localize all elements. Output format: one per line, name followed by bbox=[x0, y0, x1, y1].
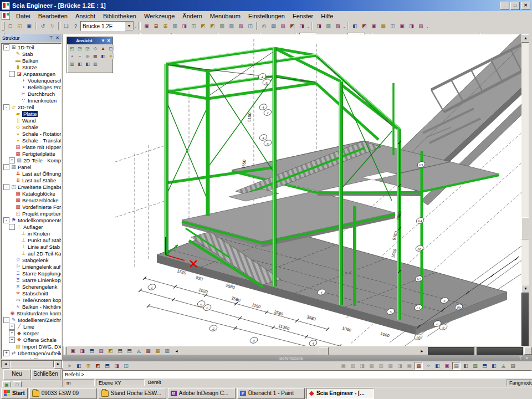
tree-item-2d-teile-kompone[interactable]: +▨2D-Teile - Kompone bbox=[2, 157, 61, 163]
snap-down-icon[interactable]: ▦ bbox=[386, 362, 395, 370]
tree-item-benutzerblöcke[interactable]: ▩Benutzerblöcke bbox=[2, 197, 61, 203]
tree-item-katalogblöcke[interactable]: ▩Katalogblöcke bbox=[2, 190, 61, 197]
project-combobox[interactable]: Brücke 1.2E ▼ bbox=[80, 21, 134, 31]
minimize-button[interactable]: _ bbox=[500, 2, 509, 10]
close-button[interactable]: ✕ bbox=[521, 2, 530, 10]
printer-icon[interactable]: ⎙ bbox=[260, 22, 268, 30]
tree-item-linie[interactable]: +╱Linie bbox=[2, 323, 61, 330]
close-icon[interactable]: ✕ bbox=[54, 35, 60, 42]
image-export-icon[interactable]: ◫ bbox=[246, 22, 254, 30]
menu-einstellungen[interactable]: Einstellungen bbox=[244, 12, 289, 20]
clip-on-icon[interactable]: ▥ bbox=[69, 60, 75, 67]
clip-plane-icon[interactable]: ▣ bbox=[69, 347, 77, 355]
snap-tangent-icon[interactable]: ▥ bbox=[471, 362, 479, 370]
tree-item-innenknoten[interactable]: ∵Innenknoten bbox=[2, 97, 61, 104]
tree-item-anpassungen[interactable]: -◪Anpassungen bbox=[2, 70, 61, 77]
help-icon[interactable]: ? bbox=[71, 22, 80, 30]
tree-item-panel[interactable]: -▨Panel bbox=[2, 163, 61, 170]
save-picture-icon[interactable]: ▥ bbox=[163, 347, 171, 355]
tree-item-voutenquerschnitt[interactable]: ◗Voutenquerschnitt bbox=[2, 77, 61, 84]
repeat-last-icon[interactable]: ⬒ bbox=[103, 362, 111, 370]
chevron-down-icon[interactable]: ▼ bbox=[100, 38, 106, 43]
tree-item-in-knoten[interactable]: ⊥in Knoten bbox=[2, 230, 61, 237]
print-data-icon[interactable]: ▥ bbox=[218, 22, 226, 30]
new-button[interactable]: Neu bbox=[3, 369, 30, 380]
tree-item-liniengelenk-auf-2d[interactable]: ⚐Liniengelenk auf 2D bbox=[2, 263, 61, 270]
render-hidden-icon[interactable]: ▦ bbox=[144, 347, 152, 355]
catalog-icon[interactable]: ◩ bbox=[288, 22, 296, 30]
collapse-icon[interactable]: - bbox=[3, 317, 9, 323]
collapse-icon[interactable]: - bbox=[3, 104, 9, 110]
library-book-icon[interactable]: ▧ bbox=[237, 22, 245, 30]
paper-space-icon[interactable]: ◩ bbox=[199, 22, 207, 30]
project-settings-icon[interactable]: ▣ bbox=[142, 22, 151, 30]
tree-item-balken[interactable]: ▬Balken bbox=[2, 57, 61, 64]
tree-item-last-auf-stäbe[interactable]: ⇊Last auf Stäbe bbox=[2, 177, 61, 183]
tree-item-beliebiges-profil[interactable]: ◖Beliebiges Profil bbox=[2, 84, 61, 90]
taskbar-task--bersicht-1-paint[interactable]: PÜbersicht 1 - Paint bbox=[237, 388, 305, 399]
tree-item-schale[interactable]: ◇Schale bbox=[2, 124, 61, 130]
view-axo-icon[interactable]: ◇ bbox=[92, 45, 99, 52]
tree-item-balken-nichtlineari[interactable]: ≈Balken - Nichtlineari bbox=[2, 303, 61, 310]
new-file-icon[interactable]: □ bbox=[6, 22, 14, 30]
snap-close-icon[interactable]: ▦ bbox=[367, 362, 376, 370]
collapse-icon[interactable]: - bbox=[3, 164, 9, 170]
tree-hscrollbar[interactable]: ◄ ► bbox=[1, 360, 63, 368]
taskbar-task-09033-esw-09[interactable]: 09033 ESW 09 bbox=[29, 388, 97, 399]
zoom-window-icon[interactable]: ◻ bbox=[108, 45, 114, 52]
view-user1-icon[interactable]: ◫ bbox=[388, 22, 397, 30]
render-icon[interactable]: ◧ bbox=[100, 53, 106, 59]
snap-node-point-icon[interactable]: ⬒ bbox=[480, 362, 489, 370]
dock-handle[interactable] bbox=[524, 347, 532, 355]
maximize-button[interactable]: □ bbox=[510, 2, 520, 10]
tree-item-2d-teil[interactable]: -▱2D-Teil bbox=[2, 104, 61, 110]
clip-off-icon[interactable]: ◧ bbox=[76, 60, 83, 67]
tree-item-linie-auf-stab[interactable]: ⊥Linie auf Stab bbox=[2, 243, 61, 250]
tree-item-stab[interactable]: ✎Stab bbox=[2, 50, 61, 57]
pin-icon[interactable]: ⊤ bbox=[48, 35, 54, 42]
expand-icon[interactable]: + bbox=[9, 337, 15, 343]
print-preview-icon[interactable]: ▤ bbox=[269, 22, 278, 30]
tree-item-erweiterte-eingabe[interactable]: -◳Erweiterte Eingabe bbox=[2, 183, 61, 190]
tree-item-materialliste[interactable]: ▭Materialliste bbox=[2, 356, 61, 359]
snap-surface-icon[interactable]: ◬ bbox=[499, 362, 508, 370]
snap-midpoint-icon[interactable]: ▣ bbox=[443, 362, 451, 370]
view-back-icon[interactable]: ◨ bbox=[407, 22, 416, 30]
render-wire-icon[interactable]: ⬒ bbox=[125, 347, 134, 355]
view-front-icon[interactable]: ◩ bbox=[360, 22, 369, 30]
tree-item-starre-linienkopplu[interactable]: ΞStarre Linienkopplu bbox=[2, 277, 61, 283]
tree-item-stütze[interactable]: ▮Stütze bbox=[2, 64, 61, 70]
tree-item-teile-knoten-koppe[interactable]: ∺Teile/Knoten koppe bbox=[2, 296, 61, 303]
tree-item-auf-2d-teil-kante[interactable]: ⊥auf 2D-Teil-Kante bbox=[2, 250, 61, 257]
taskbar-task-stand-roche-esw-[interactable]: Stand Roche ESW... bbox=[99, 388, 166, 399]
window-mode-icon[interactable]: ❏ bbox=[62, 22, 70, 30]
view-axo-icon[interactable]: ◧ bbox=[351, 22, 359, 30]
activity-icon[interactable]: ◨ bbox=[315, 22, 323, 30]
calculation-icon[interactable]: ⊞ bbox=[152, 22, 160, 30]
zoom-prev-icon[interactable]: ▦ bbox=[92, 53, 99, 59]
tree-item-platte-mit-rippen[interactable]: ▤Platte mit Rippen bbox=[2, 144, 61, 150]
menu-werkzeuge[interactable]: Werkzeuge bbox=[140, 12, 178, 20]
toolbar-grip[interactable] bbox=[2, 22, 4, 30]
undo-icon[interactable]: ↺ bbox=[39, 22, 47, 30]
chart-tool-icon[interactable]: ▧ bbox=[334, 22, 342, 30]
results-icon[interactable]: ▥ bbox=[171, 22, 179, 30]
tree-item-platte[interactable]: ▰Platte bbox=[2, 110, 61, 117]
tree-item-1d-teil[interactable]: -⊞1D-Teil bbox=[2, 44, 61, 50]
escape-step-icon[interactable]: ◧ bbox=[75, 362, 83, 370]
view-x-icon[interactable]: ◰ bbox=[69, 45, 75, 52]
cursor-snap-icon[interactable]: ▦ bbox=[415, 362, 423, 370]
frame-manager-icon[interactable]: ◩ bbox=[208, 22, 217, 30]
mesh-icon[interactable]: ⊞ bbox=[161, 22, 170, 30]
menu-ändern[interactable]: Ändern bbox=[178, 12, 206, 20]
snap-edge-icon[interactable]: ◧ bbox=[490, 362, 498, 370]
redo-icon[interactable]: ↻ bbox=[48, 22, 57, 30]
view-side-icon[interactable]: ▣ bbox=[370, 22, 378, 30]
tree-item-modellieren-zeichnen[interactable]: -✎Modellieren/Zeichnen bbox=[2, 316, 61, 323]
view-persp-icon[interactable]: ▲ bbox=[100, 45, 106, 52]
tree-item-übertragen-aufteilen-v[interactable]: +⇄Übertragen/Aufteilen/V bbox=[2, 350, 61, 356]
wireframe-icon[interactable]: ▥ bbox=[92, 60, 99, 67]
tree-item-schale-rotationsfl[interactable]: ◒Schale - Rotationsfl bbox=[2, 130, 61, 137]
menu-hilfe[interactable]: Hilfe bbox=[317, 12, 337, 20]
toolbar-grip[interactable] bbox=[64, 346, 67, 355]
